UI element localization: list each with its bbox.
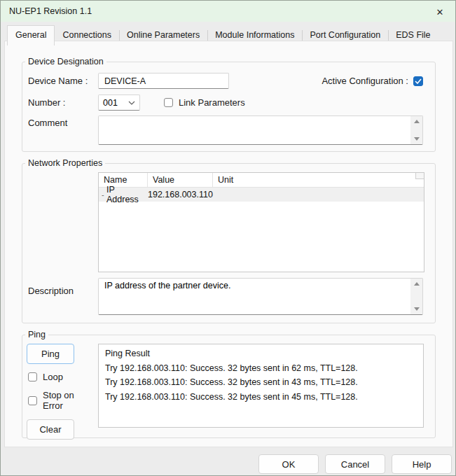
ping-content: Ping Loop Stop on Error Clear Ping Resul… xyxy=(22,344,435,440)
window-title: NU-EP1 Revision 1.1 xyxy=(9,6,92,16)
cancel-button[interactable]: Cancel xyxy=(325,454,385,474)
scroll-down-icon[interactable] xyxy=(414,137,420,141)
tree-collapse-icon[interactable]: - xyxy=(102,190,106,199)
column-header-value[interactable]: Value xyxy=(148,173,213,187)
ping-legend: Ping xyxy=(25,330,48,340)
tab-connections[interactable]: Connections xyxy=(55,27,119,44)
stop-on-error-checkbox[interactable] xyxy=(28,396,37,405)
device-name-label: Device Name : xyxy=(28,76,98,86)
device-name-row: Device Name : Active Configuration : xyxy=(28,73,423,89)
ok-button[interactable]: OK xyxy=(258,454,319,474)
ping-result-line: Try 192.168.003.110: Success. 32 bytes s… xyxy=(105,390,417,405)
ping-result-line: Ping Result xyxy=(105,346,417,361)
description-row: Description IP address of the partner de… xyxy=(28,278,423,315)
tab-module-informations[interactable]: Module Informations xyxy=(207,27,302,44)
number-row: Number : 001 Link Parameters xyxy=(28,94,423,111)
description-scrollbar[interactable] xyxy=(410,279,422,314)
help-button[interactable]: Help xyxy=(392,454,452,474)
tab-port-configuration[interactable]: Port Configuration xyxy=(302,27,388,44)
ping-controls: Ping Loop Stop on Error Clear xyxy=(22,344,94,440)
link-parameters-label: Link Parameters xyxy=(179,97,245,108)
network-properties-table: Name Value Unit - IP Address 192.168.003… xyxy=(98,172,424,272)
description-label: Description xyxy=(28,278,98,296)
active-configuration-label: Active Configuration : xyxy=(322,76,408,86)
dialog-button-row: OK Cancel Help xyxy=(258,454,452,474)
number-select[interactable]: 001 xyxy=(98,94,140,111)
loop-label: Loop xyxy=(43,372,63,382)
dialog-window: NU-EP1 Revision 1.1 ✕ General Connection… xyxy=(0,0,456,476)
check-icon xyxy=(415,78,422,84)
scroll-up-icon[interactable] xyxy=(414,282,420,286)
ping-result-box: Ping Result Try 192.168.003.110: Success… xyxy=(98,344,424,428)
column-header-unit[interactable]: Unit xyxy=(213,173,424,187)
comment-label: Comment xyxy=(28,115,98,128)
chevron-down-icon xyxy=(128,101,135,105)
tab-page-general: Device Designation Device Name : Active … xyxy=(4,41,453,447)
comment-textarea[interactable] xyxy=(98,115,423,145)
table-corner-box xyxy=(415,173,424,179)
tab-online-parameters[interactable]: Online Parameters xyxy=(119,27,207,44)
ping-result-line: Try 192.168.003.110: Success. 32 bytes s… xyxy=(105,361,417,376)
table-row[interactable]: - IP Address 192.168.003.110 xyxy=(99,188,424,202)
row-name-cell: IP Address xyxy=(106,185,148,204)
tab-general[interactable]: General xyxy=(7,25,55,46)
comment-row: Comment xyxy=(28,115,423,145)
description-textarea[interactable]: IP address of the partner device. xyxy=(98,278,423,315)
tab-eds-file[interactable]: EDS File xyxy=(388,27,438,44)
active-configuration-checkbox[interactable] xyxy=(413,76,423,86)
row-value-cell: 192.168.003.110 xyxy=(148,190,213,200)
loop-checkbox[interactable] xyxy=(28,372,37,382)
ping-group: Ping Ping Loop Stop on Error Clear Ping xyxy=(22,330,436,438)
scroll-down-icon[interactable] xyxy=(414,307,420,311)
close-icon[interactable]: ✕ xyxy=(433,5,447,19)
active-configuration-field: Active Configuration : xyxy=(322,76,423,86)
clear-button[interactable]: Clear xyxy=(27,419,74,440)
comment-scrollbar[interactable] xyxy=(410,116,422,144)
stop-on-error-field: Stop on Error xyxy=(28,390,94,411)
ping-result-line: Try 192.168.003.110: Success. 32 bytes s… xyxy=(105,375,417,390)
network-properties-legend: Network Properties xyxy=(25,158,105,168)
ping-button[interactable]: Ping xyxy=(27,344,74,364)
description-text: IP address of the partner device. xyxy=(99,279,410,314)
device-designation-group: Device Designation Device Name : Active … xyxy=(22,57,436,152)
link-parameters-checkbox[interactable] xyxy=(164,98,173,107)
device-designation-legend: Device Designation xyxy=(25,57,106,66)
tab-bar: General Connections Online Parameters Mo… xyxy=(7,25,455,44)
link-parameters-field: Link Parameters xyxy=(164,97,245,108)
scroll-up-icon[interactable] xyxy=(414,120,420,123)
title-bar: NU-EP1 Revision 1.1 ✕ xyxy=(1,1,455,22)
device-name-input[interactable] xyxy=(98,73,229,89)
stop-on-error-label: Stop on Error xyxy=(43,390,94,411)
number-label: Number : xyxy=(28,97,98,108)
loop-field: Loop xyxy=(28,372,94,382)
network-properties-group: Network Properties Name Value Unit - IP … xyxy=(22,158,436,323)
number-select-value: 001 xyxy=(103,98,128,108)
comment-text xyxy=(99,116,410,144)
